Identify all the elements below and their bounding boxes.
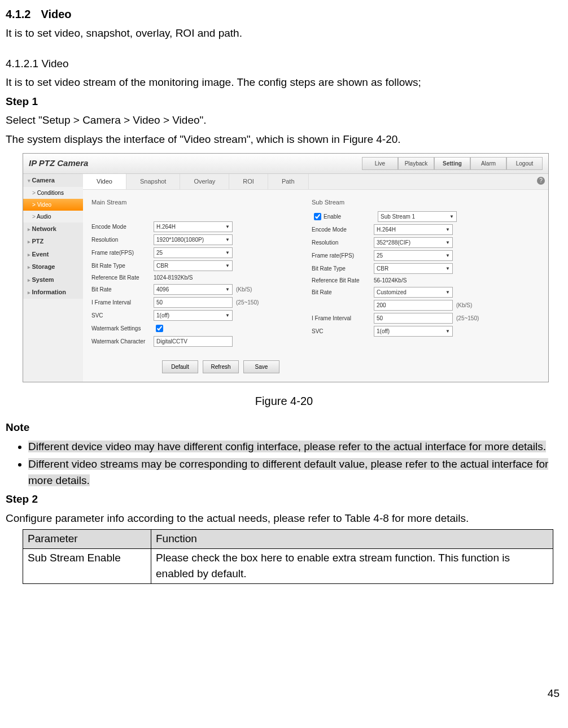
value-ref: 1024-8192Kb/S: [154, 273, 193, 282]
note-item: Different video streams may be correspon…: [28, 456, 562, 489]
chevron-down-icon: ▼: [225, 250, 230, 256]
sidebar: Camera Conditions Video Audio Network PT…: [23, 174, 83, 382]
select-sub-fps[interactable]: 25▼: [374, 250, 453, 261]
th-parameter: Parameter: [23, 530, 151, 549]
main-panel: Video Snapshot Overlay ROI Path ? Main S…: [83, 174, 548, 382]
label-sub-iframe: I Frame Interval: [312, 314, 374, 322]
chevron-down-icon: ▼: [449, 213, 454, 220]
checkbox-watermark[interactable]: [156, 325, 163, 332]
select-bitrate[interactable]: 4096▼: [154, 284, 233, 295]
label-bitrate: Bit Rate: [91, 285, 154, 294]
select-brt[interactable]: CBR▼: [154, 260, 233, 271]
subsection-heading: 4.1.2.1 Video: [6, 56, 562, 72]
chevron-down-icon: ▼: [225, 286, 230, 293]
label-ref: Reference Bit Rate: [91, 273, 154, 282]
help-icon[interactable]: ?: [537, 177, 545, 185]
brand-title: IP PTZ Camera: [29, 157, 88, 170]
subtab-overlay[interactable]: Overlay: [180, 174, 229, 189]
subtab-roi[interactable]: ROI: [229, 174, 268, 189]
subtab-video[interactable]: Video: [83, 174, 126, 189]
nav-setting[interactable]: Setting: [434, 157, 470, 170]
input-sub-iframe[interactable]: 50: [374, 313, 453, 324]
main-stream-column: Main Stream Encode ModeH.264H▼ Resolutio…: [91, 195, 283, 350]
label-fps: Frame rate(FPS): [91, 249, 154, 257]
sidebar-conditions[interactable]: Conditions: [23, 187, 83, 199]
label-iframe: I Frame Interval: [91, 298, 154, 307]
select-sub-bitrate[interactable]: Customized▼: [374, 287, 453, 298]
sidebar-audio[interactable]: Audio: [23, 211, 83, 223]
chevron-down-icon: ▼: [225, 312, 230, 319]
intro-text: It is to set video, snapshot, overlay, R…: [6, 25, 562, 42]
select-sub-brt[interactable]: CBR▼: [374, 263, 453, 274]
select-sub-encode[interactable]: H.264H▼: [374, 224, 453, 235]
note-item: Different device video may have differen…: [28, 439, 562, 455]
hint-sub-bitrate: (Kb/S): [456, 301, 472, 309]
sidebar-information[interactable]: Information: [23, 286, 83, 299]
select-substream[interactable]: Sub Stream 1▼: [378, 211, 457, 222]
sidebar-video[interactable]: Video: [23, 199, 83, 211]
label-sub-svc: SVC: [312, 327, 374, 335]
hint-iframe: (25~150): [236, 298, 259, 307]
subtab-path[interactable]: Path: [268, 174, 309, 189]
td-func: Please check the box here to enable extr…: [151, 548, 553, 583]
chevron-down-icon: ▼: [445, 328, 450, 335]
table-row: Sub Stream Enable Please check the box h…: [23, 548, 553, 583]
page-number: 45: [6, 686, 562, 702]
th-function: Function: [151, 530, 553, 549]
label-watermark: Watermark Settings: [91, 324, 154, 333]
select-encode-mode[interactable]: H.264H▼: [154, 221, 233, 232]
select-svc[interactable]: 1(off)▼: [154, 310, 233, 321]
hint-bitrate: (Kb/S): [236, 285, 252, 294]
chevron-down-icon: ▼: [445, 265, 450, 272]
figure-caption: Figure 4-20: [6, 393, 562, 409]
save-button[interactable]: Save: [243, 360, 279, 373]
chevron-down-icon: ▼: [225, 263, 230, 269]
label-sub-fps: Frame rate(FPS): [312, 251, 374, 260]
sidebar-camera[interactable]: Camera: [23, 174, 83, 187]
input-wm-char[interactable]: DigitalCCTV: [154, 336, 233, 347]
sidebar-system[interactable]: System: [23, 273, 83, 286]
figure-screenshot: IP PTZ Camera Live Playback Setting Alar…: [23, 153, 549, 382]
select-sub-resolution[interactable]: 352*288(CIF)▼: [374, 237, 453, 248]
top-nav: Live Playback Setting Alarm Logout: [362, 157, 543, 170]
default-button[interactable]: Default: [162, 360, 198, 373]
note-list: Different device video may have differen…: [6, 439, 562, 489]
table-header-row: Parameter Function: [23, 530, 553, 549]
note-label: Note: [6, 420, 562, 436]
section-number: 4.1.2: [6, 8, 30, 20]
checkbox-enable-substream[interactable]: [314, 213, 321, 220]
nav-alarm[interactable]: Alarm: [470, 157, 506, 170]
chevron-down-icon: ▼: [445, 252, 450, 259]
input-iframe[interactable]: 50: [154, 297, 233, 308]
label-svc: SVC: [91, 311, 154, 320]
sidebar-network[interactable]: Network: [23, 223, 83, 236]
label-enable: Enable: [324, 212, 378, 221]
input-sub-bitrate[interactable]: 200: [374, 300, 453, 311]
step2-text: Configure parameter info according to th…: [6, 511, 562, 527]
td-param: Sub Stream Enable: [23, 548, 151, 583]
subtabs: Video Snapshot Overlay ROI Path ?: [83, 174, 548, 190]
nav-playback[interactable]: Playback: [398, 157, 434, 170]
chevron-down-icon: ▼: [225, 237, 230, 243]
nav-logout[interactable]: Logout: [506, 157, 543, 170]
sidebar-ptz[interactable]: PTZ: [23, 235, 83, 248]
label-wm-char: Watermark Character: [91, 337, 154, 346]
hint-sub-iframe: (25~150): [456, 314, 479, 322]
chevron-down-icon: ▼: [445, 289, 450, 296]
sidebar-event[interactable]: Event: [23, 248, 83, 261]
label-resolution: Resolution: [91, 236, 154, 244]
chevron-down-icon: ▼: [445, 226, 450, 233]
section-title: Video: [41, 8, 71, 20]
step2-label: Step 2: [6, 491, 562, 508]
label-sub-ref: Reference Bit Rate: [312, 276, 374, 285]
chevron-down-icon: ▼: [445, 239, 450, 246]
subtab-snapshot[interactable]: Snapshot: [126, 174, 180, 189]
label-sub-resolution: Resolution: [312, 238, 374, 247]
refresh-button[interactable]: Refresh: [203, 360, 239, 373]
select-resolution[interactable]: 1920*1080(1080P)▼: [154, 234, 233, 245]
sidebar-storage[interactable]: Storage: [23, 260, 83, 273]
select-sub-svc[interactable]: 1(off)▼: [374, 326, 453, 337]
action-buttons: Default Refresh Save: [162, 360, 548, 373]
select-fps[interactable]: 25▼: [154, 247, 233, 258]
nav-live[interactable]: Live: [362, 157, 398, 170]
